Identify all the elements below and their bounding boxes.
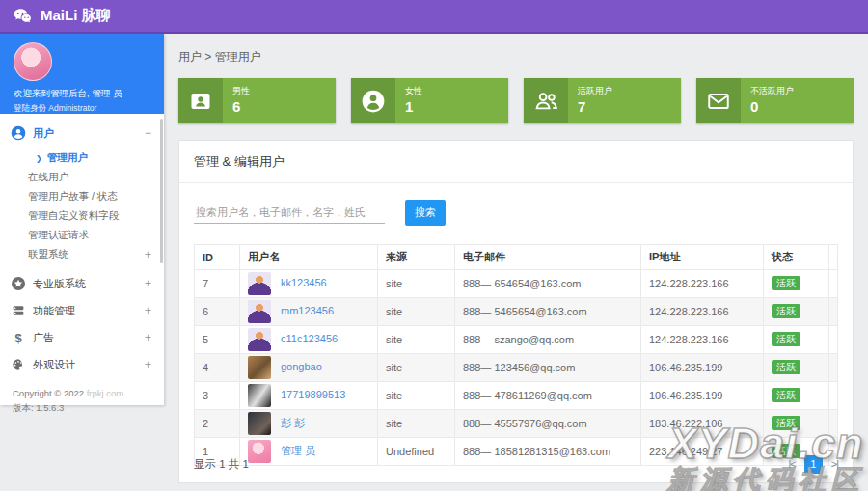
expand-toggle-icon[interactable]: + [145,248,151,261]
sidebar-subitem-affiliate-system[interactable]: 联盟系统+ [0,245,164,264]
edit-button[interactable]: 编辑 [837,329,838,350]
last-page-button[interactable]: >| [831,458,838,470]
table-row: 5c11c123456site888— szango@qq.com124.228… [195,326,838,354]
sidebar-subitem-manage-users[interactable]: ❯管理用户 [0,149,164,168]
cell-id: 2 [195,410,240,438]
stat-value: 1 [405,98,422,115]
cell-username: 彭 彭 [240,410,378,438]
sidebar-subitem-label: 管理用户故事 / 状态 [28,190,151,204]
status-badge: 活跃 [772,276,800,290]
sidebar-item-feature-management[interactable]: 功能管理+ [0,297,164,324]
cell-status: 活跃 [764,410,829,438]
sidebar-subitem-manage-custom-fields[interactable]: 管理自定义资料字段 [0,206,164,226]
edit-button[interactable]: 编辑 [837,413,838,434]
stat-value: 7 [578,98,612,115]
expand-toggle-icon[interactable]: + [145,277,151,290]
stat-card-female: 女性1 [351,78,508,123]
sidebar-item-label: 用户 [33,126,145,141]
sidebar-item-pro-system[interactable]: 专业版系统+ [0,270,164,297]
cell-actions: 编辑删除 [829,270,838,298]
cell-status: 活跃 [764,270,829,298]
wechat-icon [13,8,33,24]
search-input[interactable] [194,202,385,224]
cell-email: 888— 654654@163.com [455,270,641,298]
username-link[interactable]: gongbao [281,361,322,372]
column-header: 用户名 [240,245,378,270]
column-header: 状态 [764,245,829,270]
search-button[interactable]: 搜索 [405,200,446,226]
stat-card-body: 女性1 [395,78,422,123]
edit-button[interactable]: 编辑 [837,301,838,322]
cell-email: 888— 478611269@qq.com [455,382,641,410]
app-logo[interactable]: MaiLi 脉聊 [13,7,111,25]
expand-toggle-icon[interactable]: − [145,126,151,140]
cell-email: 888— 123456@qq.com [455,354,641,382]
sidebar-subitem-manage-verification-requests[interactable]: 管理认证请求 [0,226,164,245]
status-badge: 活跃 [772,360,800,374]
username-link[interactable]: c11c123456 [281,333,338,344]
sidebar-scrollbar[interactable] [160,119,163,263]
stat-cards-row: 男性6女性1活跃用户7不活跃用户0 [178,78,854,123]
cell-id: 4 [195,354,240,382]
cell-source: site [378,410,455,438]
current-page-button[interactable]: 1 [804,455,823,474]
stat-card-body: 不活跃用户0 [741,78,794,123]
users-icon [524,78,568,123]
status-badge: 活跃 [772,332,800,346]
username-link[interactable]: kk123456 [281,277,327,288]
table-row: 317719899513site888— 478611269@qq.com106… [195,382,838,410]
star-icon [11,276,26,291]
user-circle-icon [11,125,26,141]
edit-button[interactable]: 编辑 [837,385,838,406]
column-header: 操作 [829,245,838,270]
sidebar-item-ads[interactable]: $广告+ [0,324,164,351]
pagination: |< 1 >| [788,455,838,474]
column-header: ID [195,245,240,270]
sidebar-item-label: 广告 [33,331,145,345]
sidebar-item-label: 外观设计 [33,358,145,372]
stat-label: 活跃用户 [578,85,612,97]
status-badge: 活跃 [772,388,800,402]
sidebar: 欢迎来到管理后台, 管理 员 登陆身份 Administrator 用户−❯管理… [0,34,164,405]
first-page-button[interactable]: |< [788,458,795,470]
status-badge: 活跃 [772,304,800,318]
edit-button[interactable]: 编辑 [837,357,838,378]
username-link[interactable]: 彭 彭 [281,417,305,428]
sidebar-subitem-label: 联盟系统 [28,248,145,261]
cell-source: site [378,298,455,326]
cell-ip: 183.46.222.106 [641,410,764,438]
sidebar-menu: 用户−❯管理用户在线用户管理用户故事 / 状态管理自定义资料字段管理认证请求联盟… [0,114,164,378]
username-link[interactable]: mm123456 [281,305,334,316]
cell-username: mm123456 [240,298,378,326]
sidebar-subitem-manage-user-stories[interactable]: 管理用户故事 / 状态 [0,187,164,206]
chevron-right-icon: ❯ [36,154,42,163]
sidebar-subitem-online-users[interactable]: 在线用户 [0,168,164,187]
sidebar-item-label: 专业版系统 [33,277,145,291]
expand-toggle-icon[interactable]: + [145,304,151,317]
table-row: 4gongbaosite888— 123456@qq.com106.46.235… [195,354,838,382]
table-footer: 显示 1 共 1 |< 1 >| [179,446,853,482]
cell-username: kk123456 [240,270,378,298]
edit-button[interactable]: 编辑 [837,273,838,294]
cell-id: 7 [195,270,240,298]
users-table: ID用户名来源电子邮件IP地址状态操作 7kk123456site888— 65… [194,244,838,466]
cell-actions: 编辑删除 [829,298,838,326]
expand-toggle-icon[interactable]: + [145,331,151,344]
search-bar: 搜索 [179,183,853,232]
stat-card-body: 活跃用户7 [568,78,612,123]
stat-card-male: 男性6 [178,78,336,123]
sidebar-subitem-label: 管理用户 [47,151,151,165]
column-header: 来源 [378,245,455,270]
cell-email: 888— 45557976@qq.com [455,410,641,438]
user-avatar [248,300,271,323]
expand-toggle-icon[interactable]: + [145,358,151,371]
avatar[interactable] [14,42,52,81]
column-header: IP地址 [641,245,764,270]
login-role-text: 登陆身份 Administrator [14,103,150,115]
username-link[interactable]: 17719899513 [281,389,345,400]
sidebar-item-appearance[interactable]: 外观设计+ [0,351,164,378]
welcome-text: 欢迎来到管理后台, 管理 员 [14,88,150,100]
user-avatar [248,412,271,435]
sidebar-item-users[interactable]: 用户− [0,120,164,147]
dollar-icon: $ [11,330,26,345]
